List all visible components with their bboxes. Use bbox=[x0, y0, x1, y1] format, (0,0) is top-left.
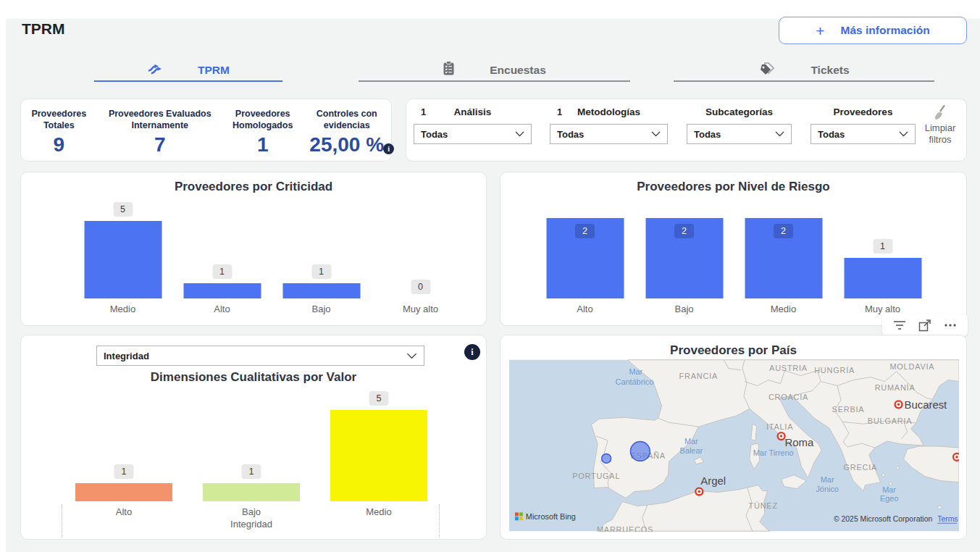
kpi-label: Proveedores Homologados bbox=[223, 108, 303, 132]
filter-label: Análisis bbox=[414, 105, 532, 117]
filter-analisis: 1 Análisis Todas bbox=[414, 105, 532, 121]
bar-column: 1Alto bbox=[172, 206, 272, 314]
tab-encuestas[interactable]: Encuestas bbox=[359, 58, 630, 82]
bar-column: 5Medio bbox=[73, 206, 172, 314]
bar-bajo[interactable] bbox=[282, 283, 360, 298]
data-label: 1 bbox=[311, 264, 331, 279]
svg-text:PORTUGAL: PORTUGAL bbox=[572, 472, 620, 480]
info-icon[interactable]: i bbox=[383, 143, 394, 154]
data-label: 0 bbox=[411, 280, 430, 294]
clear-filters-button[interactable]: Limpiar filtros bbox=[913, 104, 967, 156]
tab-tickets-label: Tickets bbox=[811, 64, 849, 77]
bar-alto[interactable]: 2 bbox=[546, 218, 624, 298]
bar-column: 1Alto bbox=[60, 406, 188, 530]
more-info-label: Más información bbox=[841, 24, 930, 37]
bar-column: 1BajoIntegridad bbox=[188, 406, 315, 530]
data-label: 5 bbox=[369, 391, 389, 406]
provider-bubble[interactable] bbox=[602, 453, 611, 463]
category-label: Muy alto bbox=[865, 304, 900, 314]
category-label: Bajo bbox=[674, 304, 693, 314]
chevron-down-icon bbox=[515, 131, 524, 137]
svg-text:© 2025 Microsoft Corporation: © 2025 Microsoft Corporation bbox=[834, 515, 932, 523]
filter-label: Metodologías bbox=[550, 105, 668, 117]
filter-lines-icon[interactable] bbox=[890, 317, 909, 334]
terms-link[interactable]: Terms bbox=[937, 515, 958, 523]
svg-text:MOLDAVIA: MOLDAVIA bbox=[889, 362, 934, 371]
svg-text:Jónico: Jónico bbox=[816, 485, 839, 493]
dimension-selector-dropdown[interactable]: Integridad bbox=[96, 346, 424, 366]
svg-text:MARRUECOS: MARRUECOS bbox=[597, 525, 653, 532]
bar-plot: 1Alto1BajoIntegridad5Medio bbox=[60, 406, 443, 530]
bar-plot: 2Alto2Bajo2Medio1Muy alto bbox=[535, 206, 932, 314]
metodologias-dropdown[interactable]: Todas bbox=[550, 124, 668, 144]
svg-text:Mar Tirreno: Mar Tirreno bbox=[753, 448, 794, 457]
chart-nivel-riesgo: Proveedores por Nivel de Riesgo 2Alto2Ba… bbox=[500, 172, 967, 326]
info-icon[interactable]: i bbox=[464, 344, 480, 360]
kpi-value: 25,00 %i bbox=[309, 133, 384, 156]
chevron-down-icon bbox=[775, 131, 784, 137]
svg-text:SERBIA: SERBIA bbox=[832, 405, 865, 414]
more-info-button[interactable]: + Más información bbox=[779, 17, 967, 44]
bar-plot: 5Medio1Alto1Bajo0Muy alto bbox=[73, 206, 470, 314]
bar-column: 2Alto bbox=[535, 206, 635, 314]
bar-bajo[interactable]: 2 bbox=[645, 218, 723, 298]
tab-tickets[interactable]: Tickets bbox=[674, 58, 934, 82]
svg-text:Mar: Mar bbox=[684, 437, 698, 446]
tab-tickets-underline bbox=[674, 80, 934, 83]
bar-muy-alto[interactable] bbox=[844, 258, 921, 298]
category-label: Bajo bbox=[311, 304, 330, 314]
subcategorias-dropdown[interactable]: Todas bbox=[687, 124, 792, 144]
data-label: 5 bbox=[113, 202, 133, 217]
filter-subcategorias: Subcategorías Todas bbox=[687, 105, 792, 121]
provider-bubble[interactable] bbox=[630, 442, 650, 461]
bar-bajo[interactable] bbox=[203, 483, 300, 501]
bar-medio[interactable] bbox=[84, 221, 162, 298]
scroll-edge-right bbox=[439, 504, 440, 538]
data-label: 2 bbox=[674, 224, 694, 238]
map-title: Proveedores por País bbox=[501, 343, 966, 358]
svg-text:RUMANÍA: RUMANÍA bbox=[875, 383, 916, 392]
bar-medio[interactable]: 2 bbox=[745, 218, 822, 298]
kpi-controles-evidencias: Controles con evidencias 25,00 %i bbox=[302, 108, 391, 156]
bar-column: 5Medio bbox=[315, 406, 443, 530]
kpi-card: Proveedores Totales 9 Proveedores Evalua… bbox=[20, 99, 392, 162]
svg-text:GRECIA: GRECIA bbox=[844, 463, 878, 472]
x-axis-title: Integridad bbox=[230, 519, 272, 530]
data-label: 1 bbox=[114, 464, 134, 479]
svg-text:HUNGRÍA: HUNGRÍA bbox=[814, 366, 855, 375]
kpi-homologados: Proveedores Homologados 1 bbox=[223, 108, 303, 156]
kpi-evaluados-internamente: Proveedores Evaluados Internamente 7 bbox=[97, 108, 223, 156]
filter-proveedores: Proveedores Todas bbox=[811, 105, 916, 121]
bar-alto[interactable] bbox=[183, 283, 261, 298]
kpi-label: Proveedores Evaluados Internamente bbox=[97, 108, 223, 132]
tags-icon bbox=[758, 62, 776, 79]
svg-text:ITALIA: ITALIA bbox=[766, 422, 793, 431]
proveedores-dropdown[interactable]: Todas bbox=[811, 124, 916, 144]
bar-medio[interactable] bbox=[330, 410, 427, 501]
svg-text:Cantábrico: Cantábrico bbox=[616, 377, 654, 386]
svg-text:Roma: Roma bbox=[785, 437, 814, 448]
chevron-down-icon bbox=[899, 131, 908, 137]
tab-tprm[interactable]: TPRM bbox=[94, 58, 282, 82]
tab-encuestas-underline bbox=[359, 80, 630, 83]
svg-text:TÚNEZ: TÚNEZ bbox=[749, 501, 778, 510]
kpi-proveedores-totales: Proveedores Totales 9 bbox=[21, 108, 97, 156]
more-options-icon[interactable] bbox=[941, 317, 960, 334]
svg-text:Mar: Mar bbox=[821, 475, 834, 484]
bing-map[interactable]: FRANCIAAUSTRIAHUNGRÍAMOLDAVIARUMANÍACROA… bbox=[509, 359, 959, 532]
data-label: 1 bbox=[873, 239, 892, 254]
page-title: TPRM bbox=[22, 20, 65, 38]
map-attribution: © 2025 Microsoft Corporation Terms bbox=[834, 515, 958, 523]
svg-text:Egeo: Egeo bbox=[880, 495, 898, 503]
analisis-dropdown[interactable]: Todas bbox=[414, 124, 532, 144]
kpi-label: Controles con evidencias bbox=[302, 108, 391, 132]
category-label: Muy alto bbox=[403, 304, 438, 314]
focus-mode-icon[interactable] bbox=[916, 317, 934, 334]
filter-label: Subcategorías bbox=[687, 105, 792, 117]
workflow-icon bbox=[147, 62, 163, 78]
filter-label: Proveedores bbox=[811, 105, 916, 117]
bar-alto[interactable] bbox=[75, 483, 172, 501]
chart-criticidad: Proveedores por Criticidad 5Medio1Alto1B… bbox=[20, 172, 487, 326]
broom-icon bbox=[931, 104, 949, 121]
svg-text:Balear: Balear bbox=[680, 446, 703, 455]
